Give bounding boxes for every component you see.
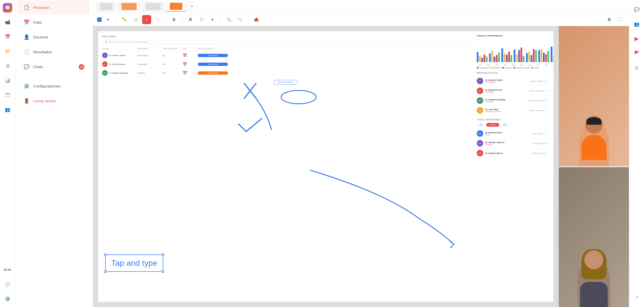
month-label-nov: Nov: [535, 64, 542, 66]
chart-group-may: [489, 51, 500, 62]
appt-info-2: Dr. Ebuka Kelechi Cardiólogo: [485, 89, 528, 93]
tab-4[interactable]: [166, 2, 186, 12]
appt-info-3: Dr. Bridget Olowojeje Consultas: [485, 99, 526, 103]
ant-more-2[interactable]: ···: [547, 142, 550, 145]
tab-2[interactable]: [118, 2, 140, 12]
toolbar-separator-1: [116, 16, 116, 23]
zoom-out-button[interactable]: 🔍: [235, 15, 245, 24]
legend-emergencias: Emergencias: [477, 67, 489, 69]
delete-tool-button[interactable]: 🗑: [170, 15, 179, 24]
filter-mes-button[interactable]: MES: [500, 123, 509, 127]
time-display: 00:44: [3, 265, 13, 275]
text-tool-button[interactable]: A: [186, 15, 195, 24]
sidebar-item-cerrar-sesion[interactable]: 🚪 Cerrar sesión: [18, 94, 90, 108]
main-content: + ▾ ✏️ ◻ ⤢ ☞ 🗑 A ⬡ ▾ 🔍 🔍 📤 🗑 ⛶ DOC: [93, 0, 629, 307]
tab-1[interactable]: [96, 2, 116, 12]
eraser-tool-button[interactable]: ◻: [131, 15, 140, 24]
trash-button[interactable]: 🗑: [605, 15, 614, 24]
ant-date-2: Tuesday, July 30: [532, 143, 545, 144]
reserve-button-1[interactable]: RESERVAR: [198, 54, 228, 57]
calendar-nav-icon[interactable]: 📅: [3, 32, 13, 42]
folder-nav-icon[interactable]: 📁: [3, 46, 13, 56]
shapes-tool-button[interactable]: ⬡: [197, 15, 206, 24]
zoom-in-button[interactable]: 🔍: [224, 15, 233, 24]
appt-avatar-4: JW: [477, 107, 483, 114]
toolbar-separator-5: [248, 16, 248, 23]
chat-icon-1[interactable]: 📅: [183, 53, 198, 57]
sidebar-item-resultados[interactable]: 📄 Resultados: [18, 45, 90, 59]
legend-visitas: Visitas: [532, 67, 539, 69]
more-options-3[interactable]: ···: [228, 71, 235, 75]
more-options-1[interactable]: ···: [228, 54, 235, 57]
handle-br[interactable]: [162, 270, 164, 273]
fullscreen-button[interactable]: ⛶: [616, 15, 625, 24]
color-dropdown-button[interactable]: ▾: [104, 15, 113, 24]
screen-nav-icon[interactable]: 🗔: [3, 90, 13, 100]
reserve-button-3-reserved[interactable]: RESERVADO: [198, 71, 228, 75]
handle-bl[interactable]: [104, 270, 107, 273]
doctors-search-bar[interactable]: 🔍 Buscar doctores por nombre o especiali…: [102, 40, 469, 44]
shapes-dropdown-button[interactable]: ▾: [208, 15, 217, 24]
appt-more-3[interactable]: ···: [547, 99, 550, 102]
appt-more-2[interactable]: ···: [547, 89, 550, 93]
video-camera-nav-icon[interactable]: 📹: [3, 17, 13, 27]
table-row: EK Dr. Ebuka Kelechi Cardiólogo 02 📅 RES…: [102, 60, 469, 69]
settings-gear-icon[interactable]: ⚙️: [3, 294, 13, 304]
sidebar-item-configuraciones[interactable]: ⚙️ Configuraciones: [18, 79, 90, 93]
sidebar-item-resumen[interactable]: 📋 Resumen: [18, 1, 90, 14]
chart-nav-icon[interactable]: 📊: [3, 75, 13, 85]
ir-a-doctores-button[interactable]: IR A DOCTORES: [273, 80, 298, 85]
appt-more-1[interactable]: ···: [547, 79, 550, 83]
clock-icon[interactable]: 🕐: [3, 279, 13, 289]
play-button-icon[interactable]: ▶: [632, 34, 641, 43]
chat-icon-3[interactable]: 📅: [183, 71, 198, 75]
col-chat: Chat: [183, 48, 198, 50]
video-card-top: [559, 26, 629, 166]
chat-bubble-icon[interactable]: 💬: [632, 5, 641, 14]
export-button[interactable]: 📤: [252, 15, 261, 24]
reserve-button-2[interactable]: RESERVAR: [198, 63, 228, 66]
citas-icon: 📅: [24, 19, 30, 25]
contacts-icon[interactable]: 👥: [632, 20, 641, 29]
chat-icon-2[interactable]: 📅: [183, 62, 198, 66]
doctor-info-3: BO Dr. Bridget Olowojeje: [102, 70, 137, 76]
layout-icon[interactable]: ⊞: [632, 63, 641, 72]
chart-month-labels: April May June July Aug Sept Oct Nov Dec: [477, 64, 550, 66]
select-tool-button[interactable]: ⤢: [142, 15, 151, 24]
ant-date-3: Wednesday, July: [532, 152, 545, 154]
users-nav-icon[interactable]: 👥: [3, 105, 13, 115]
pointer-tool-button[interactable]: ☞: [153, 15, 162, 24]
more-options-2[interactable]: ···: [228, 62, 235, 66]
col-reservar: Reservar nueva cita: [198, 48, 228, 50]
filter-dia-button[interactable]: DIA: [477, 123, 485, 127]
share-icon[interactable]: ↗: [632, 293, 641, 302]
doctor-name-3: Dr. Bridget Olowojeje: [109, 72, 128, 74]
tab-3[interactable]: [142, 2, 165, 12]
filter-semana-button[interactable]: SEMANA: [486, 123, 499, 127]
search-placeholder: Buscar doctores por nombre o especialida…: [109, 41, 147, 43]
ir-a-doctores-section: IR A DOCTORES: [102, 80, 469, 85]
doctor-avatar-2: EK: [102, 61, 108, 67]
add-tab-button[interactable]: +: [188, 2, 196, 11]
handle-tr[interactable]: [162, 253, 164, 256]
sidebar-item-doctores[interactable]: 👤 Doctores: [18, 30, 90, 44]
handle-tl[interactable]: [104, 253, 107, 256]
sidebar-item-cerrar-sesion-label: Cerrar sesión: [33, 99, 56, 103]
monitor-nav-icon[interactable]: 🖥: [3, 61, 13, 71]
ant-more-1[interactable]: ···: [547, 132, 550, 135]
chart-group-sept: [538, 49, 549, 62]
legend-chequeos: Chequeos de rutina: [513, 67, 530, 69]
sidebar-item-chats[interactable]: 💬 Chats 10: [18, 60, 90, 74]
sidebar-item-doctores-label: Doctores: [33, 35, 48, 39]
slide-canvas[interactable]: DOCTORES 🔍 Buscar doctores por nombre o …: [93, 26, 558, 307]
proximas-citas-section: PRÓXIMAS CITAS IY Dr. Ibrahim Yekeni Eme…: [477, 72, 550, 115]
ant-more-3[interactable]: ···: [547, 151, 550, 155]
pencil-tool-button[interactable]: ✏️: [120, 15, 129, 24]
sidebar-item-citas[interactable]: 📅 Citas: [18, 15, 90, 29]
flag-icon[interactable]: 🚩: [632, 49, 641, 58]
chart-group-july: [514, 48, 525, 62]
color-picker[interactable]: [97, 17, 102, 22]
ant-avatar-2: MJ: [477, 140, 483, 147]
appt-more-4[interactable]: ···: [547, 109, 550, 112]
text-annotation-box[interactable]: Tap and type: [105, 254, 163, 272]
